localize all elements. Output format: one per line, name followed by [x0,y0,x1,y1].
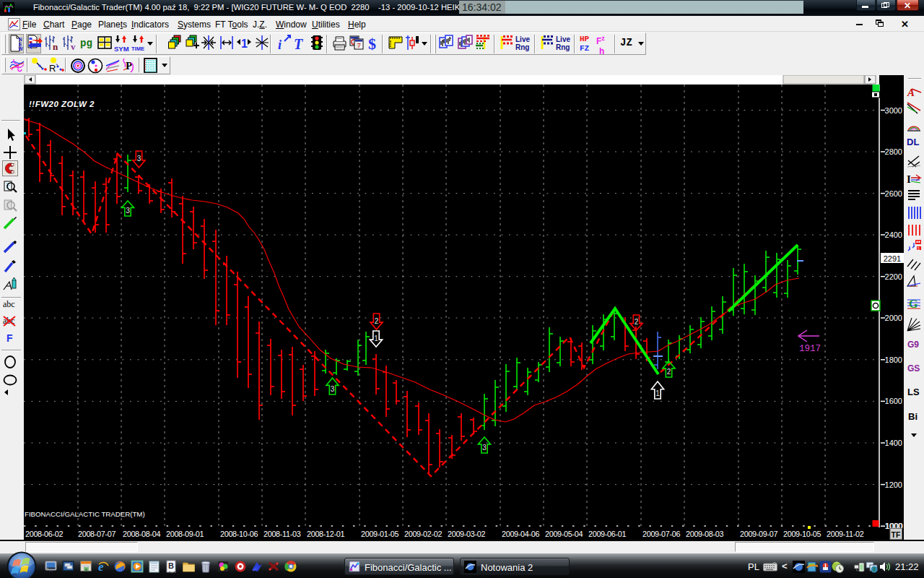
svg-text:2: 2 [375,317,379,325]
svg-text:2009-10-05: 2009-10-05 [783,530,821,538]
svg-text:3: 3 [126,207,130,215]
svg-text:2008-10-06: 2008-10-06 [220,530,258,538]
svg-text:2009-04-06: 2009-04-06 [502,530,540,538]
svg-text:W: W [19,46,24,51]
svg-text:2009-03-02: 2009-03-02 [448,530,486,538]
svg-text:2009-09-07: 2009-09-07 [740,530,778,538]
svg-text:3: 3 [482,444,487,452]
svg-text:1917: 1917 [799,344,821,354]
svg-text:2008-08-04: 2008-08-04 [123,530,161,538]
svg-text:n: n [53,41,58,52]
svg-text:2400: 2400 [885,230,902,239]
svg-text:A: A [907,87,915,98]
svg-text:2008-07-07: 2008-07-07 [78,530,116,538]
svg-text:7: 7 [357,42,361,49]
svg-text:1800: 1800 [885,355,902,364]
svg-text:pg: pg [80,38,92,49]
svg-text:1600: 1600 [885,397,902,405]
svg-text:1400: 1400 [885,439,902,447]
svg-text:2291: 2291 [884,254,901,263]
svg-text:2600: 2600 [885,189,902,198]
svg-text:i: i [278,38,282,52]
svg-text:TF: TF [892,530,901,539]
svg-text:2008-09-01: 2008-09-01 [166,530,204,538]
svg-text:2009-02-02: 2009-02-02 [404,530,443,538]
svg-text:2008-11-03: 2008-11-03 [263,530,301,538]
svg-text:R: R [49,63,56,74]
svg-text:2009-05-04: 2009-05-04 [545,530,583,538]
svg-text:2000: 2000 [885,314,902,322]
svg-text:3: 3 [331,385,335,393]
svg-text:v: v [71,41,76,52]
svg-text:2: 2 [635,318,639,326]
svg-text:2009-11-02: 2009-11-02 [827,530,864,538]
svg-text:P: P [126,60,132,72]
svg-text:1200: 1200 [885,480,902,489]
svg-text:1: 1 [374,335,378,342]
svg-text:5: 5 [918,246,920,251]
svg-text:B: B [168,561,174,570]
svg-text:2009-07-06: 2009-07-06 [642,530,681,538]
svg-text:2008-06-02: 2008-06-02 [25,530,64,538]
svg-text:FIBONACCI/GALACTIC TRADER(TM): FIBONACCI/GALACTIC TRADER(TM) [25,510,145,518]
svg-text:2009-01-05: 2009-01-05 [361,530,399,538]
svg-text:2009-08-03: 2009-08-03 [686,530,724,538]
svg-text:2009-06-01: 2009-06-01 [588,530,627,538]
svg-text:2200: 2200 [885,272,902,281]
svg-text:2008-12-01: 2008-12-01 [307,530,345,538]
svg-text:TIME: TIME [131,46,144,52]
svg-text:I: I [907,173,911,185]
svg-text:$: $ [368,35,376,53]
svg-text:SYM: SYM [114,45,129,53]
svg-text:T: T [294,36,303,52]
svg-text:2: 2 [667,368,671,376]
svg-text:1: 1 [241,38,248,50]
svg-text:1: 1 [655,389,660,397]
svg-text:3000: 3000 [885,106,902,115]
svg-text:3: 3 [137,155,141,163]
svg-text:2800: 2800 [885,147,902,156]
svg-text:!!FW20 ZOLW 2: !!FW20 ZOLW 2 [29,100,95,108]
